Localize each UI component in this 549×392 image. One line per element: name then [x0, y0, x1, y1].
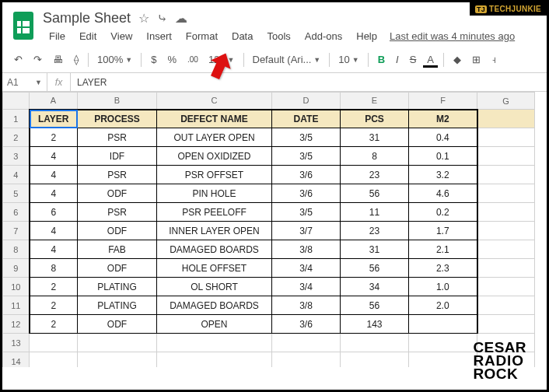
table-row[interactable]: 112PLATINGDAMAGED BOARDS3/8562.0 [3, 296, 535, 315]
cell[interactable]: OPEN [157, 315, 272, 334]
colhdr-C[interactable]: C [157, 93, 272, 110]
table-row[interactable]: 14 [3, 352, 535, 368]
cell[interactable]: 0.4 [409, 128, 477, 147]
menu-insert[interactable]: Insert [140, 29, 178, 44]
redo-icon[interactable]: ↷ [30, 51, 46, 68]
cell[interactable] [477, 147, 535, 166]
table-row[interactable]: 74ODFINNER LAYER OPEN3/7231.7 [3, 222, 535, 240]
cell[interactable]: 1.7 [409, 222, 477, 240]
cell[interactable] [477, 222, 535, 240]
cell[interactable]: 31 [341, 240, 409, 259]
cell[interactable]: 56 [341, 296, 409, 315]
strike-button[interactable]: S [406, 51, 421, 68]
cell[interactable]: 3/5 [272, 203, 341, 222]
cell[interactable]: 4 [30, 147, 78, 166]
cell[interactable]: M2 [409, 110, 477, 128]
undo-icon[interactable]: ↶ [10, 51, 26, 68]
table-row[interactable]: 54ODFPIN HOLE3/6564.6 [3, 184, 535, 203]
table-row[interactable]: 122ODFOPEN3/6143 [3, 315, 535, 334]
colhdr-D[interactable]: D [272, 93, 341, 110]
menu-edit[interactable]: Edit [73, 29, 103, 44]
rowhdr[interactable]: 8 [3, 240, 30, 259]
column-headers[interactable]: A B C D E F G [3, 93, 535, 110]
cell[interactable] [477, 110, 535, 128]
cell[interactable]: ODF [78, 184, 157, 203]
menu-tools[interactable]: Tools [261, 29, 296, 44]
cell[interactable] [477, 315, 535, 334]
colhdr-F[interactable]: F [409, 93, 477, 110]
cell[interactable]: PSR [78, 166, 157, 184]
rowhdr[interactable]: 2 [3, 128, 30, 147]
header-row[interactable]: 1 LAYER PROCESS DEFECT NAME DATE PCS M2 [3, 110, 535, 128]
cell[interactable]: 2 [30, 315, 78, 334]
cell[interactable]: 4 [30, 184, 78, 203]
cell[interactable]: DAMAGED BOARDS [157, 240, 272, 259]
menu-format[interactable]: Format [180, 29, 224, 44]
cell[interactable]: INNER LAYER OPEN [157, 222, 272, 240]
cell[interactable]: LAYER [30, 110, 78, 128]
cell[interactable] [477, 184, 535, 203]
cell[interactable] [477, 259, 535, 278]
sheet-grid[interactable]: A B C D E F G 1 LAYER PROCESS DEFECT NAM… [2, 92, 547, 367]
cell[interactable]: 2.1 [409, 240, 477, 259]
cell[interactable]: PIN HOLE [157, 184, 272, 203]
cell[interactable]: 3.2 [409, 166, 477, 184]
formula-input[interactable]: LAYER [71, 77, 113, 88]
cell[interactable]: 34 [341, 278, 409, 296]
italic-button[interactable]: I [392, 51, 403, 68]
cell[interactable]: 3/4 [272, 259, 341, 278]
cell[interactable]: 3/6 [272, 166, 341, 184]
cell[interactable]: PROCESS [78, 110, 157, 128]
textcolor-button[interactable]: A [423, 51, 438, 68]
table-row[interactable]: 13 [3, 334, 535, 352]
rowhdr[interactable]: 9 [3, 259, 30, 278]
cell[interactable]: OPEN OXIDIZED [157, 147, 272, 166]
cell[interactable] [477, 240, 535, 259]
rowhdr[interactable]: 6 [3, 203, 30, 222]
print-icon[interactable]: 🖶 [49, 51, 67, 68]
cell[interactable]: 23 [341, 222, 409, 240]
colhdr-A[interactable]: A [30, 93, 78, 110]
cloud-icon[interactable]: ☁ [175, 11, 187, 26]
cell[interactable]: ODF [78, 259, 157, 278]
rowhdr[interactable]: 5 [3, 184, 30, 203]
cell[interactable]: 31 [341, 128, 409, 147]
cell[interactable]: 56 [341, 259, 409, 278]
cell[interactable]: 4 [30, 240, 78, 259]
table-row[interactable]: 44PSRPSR OFFSET3/6233.2 [3, 166, 535, 184]
cell[interactable]: DATE [272, 110, 341, 128]
table-row[interactable]: 102PLATINGOL SHORT3/4341.0 [3, 278, 535, 296]
cell[interactable]: 3/6 [272, 184, 341, 203]
cell[interactable]: 4 [30, 222, 78, 240]
rowhdr[interactable]: 12 [3, 315, 30, 334]
cell[interactable]: 2 [30, 128, 78, 147]
cell[interactable]: 8 [30, 259, 78, 278]
colhdr-E[interactable]: E [341, 93, 409, 110]
rowhdr[interactable]: 11 [3, 296, 30, 315]
colhdr-G[interactable]: G [477, 93, 535, 110]
rowhdr[interactable]: 10 [3, 278, 30, 296]
cell[interactable]: PCS [341, 110, 409, 128]
cell[interactable]: 2 [30, 296, 78, 315]
cell[interactable]: HOLE OFFSET [157, 259, 272, 278]
cell[interactable] [477, 278, 535, 296]
cell[interactable]: 3/4 [272, 278, 341, 296]
cell[interactable]: 3/5 [272, 147, 341, 166]
cell[interactable]: OL SHORT [157, 278, 272, 296]
cell[interactable]: PSR [78, 128, 157, 147]
cell[interactable]: 3/8 [272, 240, 341, 259]
cell[interactable]: 2.3 [409, 259, 477, 278]
rowhdr[interactable]: 3 [3, 147, 30, 166]
menu-data[interactable]: Data [226, 29, 259, 44]
cell[interactable] [477, 166, 535, 184]
doc-title[interactable]: Sample Sheet [43, 10, 131, 26]
cell[interactable]: 3/7 [272, 222, 341, 240]
cell[interactable]: OUT LAYER OPEN [157, 128, 272, 147]
table-row[interactable]: 34IDFOPEN OXIDIZED3/580.1 [3, 147, 535, 166]
cell[interactable]: 143 [341, 315, 409, 334]
cell[interactable]: ODF [78, 315, 157, 334]
cell[interactable]: 3/5 [272, 128, 341, 147]
cell[interactable]: IDF [78, 147, 157, 166]
decimal-button[interactable]: .00 [184, 53, 202, 66]
table-row[interactable]: 84FABDAMAGED BOARDS3/8312.1 [3, 240, 535, 259]
